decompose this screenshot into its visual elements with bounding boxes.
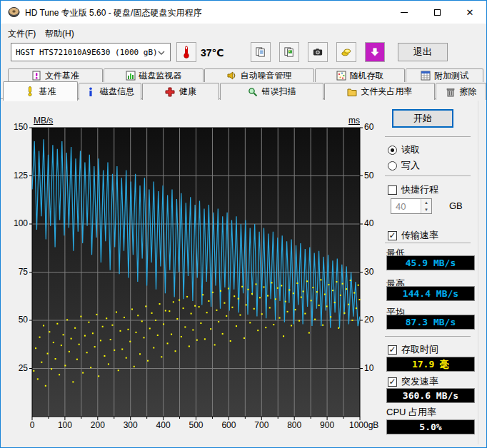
spinner-down-button[interactable]: ▼	[421, 206, 431, 213]
tick-label: 600	[214, 420, 243, 430]
short-stroke-checkbox[interactable]	[388, 185, 397, 195]
tick-label: 100	[51, 420, 79, 430]
max-value: 144.4 MB/s	[403, 288, 458, 299]
tick-label: 20	[364, 315, 373, 325]
disk-monitor-icon	[126, 71, 136, 81]
tab-file-benchmark[interactable]: 文件基准	[8, 68, 103, 82]
short-stroke-row[interactable]: 快捷行程	[388, 183, 438, 196]
tick-label: 1000gB	[349, 420, 378, 430]
tab-error-scan[interactable]: 错误扫描	[220, 83, 323, 100]
tab-label: 磁盘监视器	[139, 70, 182, 82]
temperature-button[interactable]	[176, 42, 196, 62]
spinner-up-button[interactable]: ▲	[421, 199, 431, 206]
start-button[interactable]: 开始	[392, 109, 453, 128]
cpu-usage-value: 5.0%	[419, 422, 441, 432]
tick-label: 700	[247, 420, 276, 430]
tick-label: 125	[5, 170, 28, 180]
write-radio[interactable]	[388, 161, 397, 170]
tick-label: 0	[18, 420, 46, 430]
info-icon	[86, 87, 96, 97]
temperature-value: 37℃	[201, 47, 224, 58]
tick-label: 25	[5, 363, 28, 373]
menu-file[interactable]: 文件(F)	[4, 26, 40, 41]
folder-icon	[347, 87, 357, 97]
read-radio[interactable]	[388, 146, 397, 155]
benchmark-icon	[25, 86, 35, 96]
left-axis-unit: MB/s	[34, 116, 53, 126]
donate-button[interactable]	[336, 42, 356, 62]
separator	[385, 136, 471, 137]
menu-help[interactable]: 帮助(H)	[41, 26, 79, 41]
min-value: 45.9 MB/s	[406, 258, 456, 268]
cpu-usage-label: CPU 占用率	[386, 406, 436, 419]
download-button[interactable]	[365, 42, 385, 62]
short-stroke-value: 40	[396, 201, 406, 212]
maximize-button[interactable]	[421, 1, 453, 24]
extra-tests-icon	[421, 71, 431, 81]
tab-label: 随机存取	[350, 70, 384, 82]
tab-random-access[interactable]: 随机存取	[315, 68, 405, 82]
tick-label: 30	[364, 267, 373, 277]
copy-text-button[interactable]	[251, 42, 271, 62]
access-time-checkbox[interactable]: ✓	[388, 345, 397, 355]
short-stroke-spinner[interactable]: 40 ▲ ▼	[391, 198, 432, 214]
random-access-icon	[336, 71, 346, 81]
drive-selector-value: HGST HTS721010A9E630 (1000 gB)	[11, 48, 158, 57]
screenshot-camera-icon	[313, 47, 323, 57]
tab-health[interactable]: 健康	[142, 83, 219, 100]
tab-label: 文件基准	[45, 70, 79, 82]
tab-folder-usage[interactable]: 文件夹占用率	[324, 83, 435, 100]
app-icon	[8, 6, 20, 18]
file-benchmark-icon	[31, 71, 41, 81]
burst-rate-row[interactable]: ✓ 突发速率	[388, 375, 438, 388]
burst-rate-checkbox[interactable]: ✓	[388, 377, 397, 387]
tick-label: 10	[364, 363, 373, 373]
tab-aam[interactable]: 自动噪音管理	[204, 68, 314, 82]
maximize-icon	[434, 9, 441, 16]
tick-label: 300	[116, 420, 145, 430]
access-time-row[interactable]: ✓ 存取时间	[388, 343, 438, 356]
minimize-icon	[401, 12, 408, 13]
tick-label: 100	[5, 218, 28, 228]
separator	[385, 336, 471, 337]
speaker-icon	[227, 71, 237, 81]
access-time-value-box: 17.9 毫	[386, 357, 475, 372]
access-time-value: 17.9 毫	[412, 358, 449, 371]
tick-label: 75	[5, 267, 28, 277]
window-title: HD Tune 专业版 5.60 - 硬盘/固态硬盘实用程序	[25, 7, 201, 19]
tab-extra-tests[interactable]: 附加测试	[406, 68, 483, 82]
tick-label: 50	[364, 170, 373, 180]
thermometer-icon	[182, 46, 191, 58]
read-radio-row[interactable]: 读取	[388, 143, 420, 156]
minimize-button[interactable]	[388, 1, 421, 24]
hd-tune-window: HD Tune 专业版 5.60 - 硬盘/固态硬盘实用程序 ✕ 文件(F) 帮…	[0, 0, 487, 448]
exit-label: 退出	[413, 46, 432, 58]
tick-label: 60	[364, 122, 373, 132]
write-radio-label: 写入	[401, 159, 420, 172]
transfer-rate-label: 传输速率	[401, 229, 438, 242]
transfer-rate-checkbox[interactable]: ✓	[388, 231, 397, 240]
min-value-box: 45.9 MB/s	[386, 255, 475, 270]
separator	[385, 175, 471, 176]
tab-benchmark-active[interactable]: 基准	[3, 81, 78, 101]
tab-label: 附加测试	[434, 70, 468, 82]
screenshot-button[interactable]	[308, 42, 328, 62]
drive-selector-dropdown[interactable]: HGST HTS721010A9E630 (1000 gB)	[11, 43, 171, 61]
tick-label: 500	[182, 420, 211, 430]
access-time-label: 存取时间	[401, 343, 438, 356]
burst-rate-label: 突发速率	[401, 375, 438, 388]
tabpage-right-border	[478, 101, 478, 444]
tab-label: 健康	[179, 86, 196, 98]
tick-label: 50	[5, 315, 28, 325]
write-radio-row[interactable]: 写入	[388, 159, 420, 172]
tab-disk-info[interactable]: 磁盘信息	[79, 83, 141, 100]
close-button[interactable]: ✕	[453, 1, 486, 24]
short-stroke-label: 快捷行程	[401, 183, 438, 196]
transfer-rate-row[interactable]: ✓ 传输速率	[388, 229, 438, 242]
tab-disk-monitor[interactable]: 磁盘监视器	[104, 68, 204, 82]
exit-button[interactable]: 退出	[398, 43, 448, 61]
copy-image-button[interactable]	[279, 42, 299, 62]
menubar: 文件(F) 帮助(H)	[1, 24, 486, 41]
tab-label: 文件夹占用率	[361, 86, 413, 98]
tab-erase[interactable]: 擦除	[436, 83, 486, 100]
